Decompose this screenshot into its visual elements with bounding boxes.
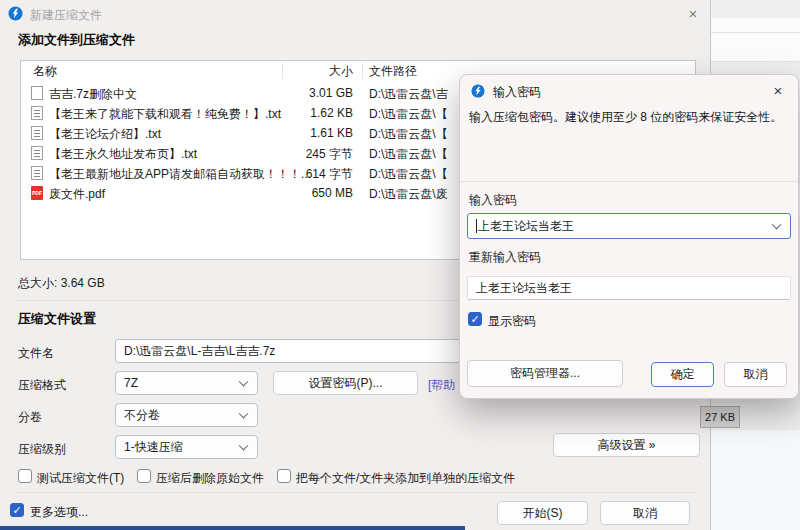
text-file-icon: [31, 146, 43, 160]
file-name: 【老王永久地址发布页】.txt: [49, 146, 197, 163]
password-manager-label: 密码管理器...: [510, 365, 580, 382]
enter-password-dialog: 输入密码 × 输入压缩包密码。建议使用至少 8 位的密码来保证安全性。 输入密码…: [459, 74, 799, 399]
add-files-section-label: 添加文件到压缩文件: [18, 31, 135, 49]
app-icon: [471, 84, 485, 98]
show-password-label: 显示密码: [488, 313, 536, 330]
level-dropdown[interactable]: 1-快速压缩: [115, 435, 258, 459]
background-row-line: [710, 32, 800, 33]
reenter-password-value: 上老王论坛当老王: [476, 280, 572, 297]
column-header-path[interactable]: 文件路径: [369, 61, 417, 81]
separate-archives-checkbox[interactable]: [277, 469, 291, 483]
column-separator[interactable]: [282, 63, 283, 79]
password-input[interactable]: 上老王论坛当老王: [467, 213, 791, 239]
volume-label: 分卷: [18, 409, 42, 426]
reenter-password-input[interactable]: 上老王论坛当老王: [467, 276, 791, 300]
show-password-checkbox[interactable]: ✓: [468, 312, 482, 326]
file-size: 1.61 KB: [310, 126, 353, 140]
file-size: 650 MB: [312, 186, 353, 200]
background-row-line: [710, 61, 800, 62]
enter-password-label: 输入密码: [469, 192, 517, 209]
level-value: 1-快速压缩: [124, 439, 183, 456]
format-dropdown[interactable]: 7Z: [115, 371, 258, 395]
file-size: 1.62 KB: [310, 106, 353, 120]
password-hint-text: 输入压缩包密码。建议使用至少 8 位的密码来保证安全性。: [469, 109, 791, 126]
help-link[interactable]: [帮助: [428, 377, 455, 394]
app-icon: [8, 6, 23, 21]
divider: [460, 181, 798, 182]
cancel-label: 取消: [633, 505, 657, 522]
ok-button[interactable]: 确定: [651, 362, 714, 387]
chevron-down-icon: [239, 409, 249, 419]
column-separator[interactable]: [362, 63, 363, 79]
filename-label: 文件名: [18, 345, 54, 362]
close-icon[interactable]: ×: [676, 0, 710, 26]
column-header-size[interactable]: 大小: [329, 61, 353, 81]
start-label: 开始(S): [523, 505, 563, 522]
pdf-icon: PDF: [31, 186, 43, 200]
format-label: 压缩格式: [18, 377, 66, 394]
text-file-icon: [31, 106, 43, 120]
cancel-button[interactable]: 取消: [600, 501, 690, 525]
password-value: 上老王论坛当老王: [478, 218, 574, 235]
more-options-checkbox[interactable]: ✓: [10, 503, 24, 517]
titlebar[interactable]: 新建压缩文件 ×: [0, 0, 710, 26]
file-name: 【老王最新地址及APP请发邮箱自动获取！！！...: [49, 166, 311, 183]
chevron-down-icon: [239, 377, 249, 387]
dialog-cancel-button[interactable]: 取消: [724, 362, 787, 387]
close-icon[interactable]: ×: [762, 78, 794, 102]
text-cursor: [476, 219, 477, 233]
level-label: 压缩级别: [18, 441, 66, 458]
start-button[interactable]: 开始(S): [497, 501, 588, 525]
window-title: 新建压缩文件: [30, 7, 102, 24]
file-size: 614 字节: [306, 166, 353, 183]
background-panel: [710, 430, 800, 530]
separate-archives-label: 把每个文件/文件夹添加到单独的压缩文件: [296, 470, 515, 487]
password-manager-button[interactable]: 密码管理器...: [467, 360, 623, 387]
text-file-icon: [31, 126, 43, 140]
advanced-settings-label: 高级设置 »: [597, 437, 655, 454]
dialog-cancel-label: 取消: [744, 366, 768, 383]
background-row-band: [710, 18, 800, 62]
divider: [18, 492, 697, 493]
text-file-icon: [31, 166, 43, 180]
file-name: 吉吉.7z删除中文: [49, 86, 137, 103]
filename-value: D:\迅雷云盘\L-吉吉\L吉吉.7z: [124, 343, 275, 360]
set-password-button[interactable]: 设置密码(P)...: [273, 371, 418, 395]
file-name: 【老王来了就能下载和观看！纯免费！】.txt: [49, 106, 281, 123]
volume-value: 不分卷: [124, 407, 160, 424]
total-size-label: 总大小: 3.64 GB: [18, 275, 105, 292]
file-size: 3.01 GB: [309, 86, 353, 100]
archive-settings-section-label: 压缩文件设置: [18, 310, 96, 328]
file-name: 废文件.pdf: [49, 186, 105, 203]
delete-after-checkbox[interactable]: [137, 469, 151, 483]
test-archive-label: 测试压缩文件(T): [37, 470, 124, 487]
chevron-down-icon: [239, 441, 249, 451]
volume-dropdown[interactable]: 不分卷: [115, 403, 258, 427]
file-icon: [31, 86, 43, 100]
file-name: 【老王论坛介绍】.txt: [49, 126, 161, 143]
dialog-title: 输入密码: [493, 84, 541, 101]
column-header-name[interactable]: 名称: [33, 61, 57, 81]
file-size: 245 字节: [306, 146, 353, 163]
format-value: 7Z: [124, 376, 138, 390]
taskbar-edge: [0, 526, 465, 530]
background-selected-size-cell: 27 KB: [700, 406, 740, 428]
delete-after-label: 压缩后删除原始文件: [156, 470, 264, 487]
reenter-password-label: 重新输入密码: [469, 249, 541, 266]
chevron-down-icon: [772, 220, 782, 230]
ok-label: 确定: [671, 366, 695, 383]
more-options-label: 更多选项...: [30, 504, 88, 521]
advanced-settings-button[interactable]: 高级设置 »: [553, 433, 700, 457]
set-password-label: 设置密码(P)...: [309, 375, 383, 392]
test-archive-checkbox[interactable]: [18, 469, 32, 483]
